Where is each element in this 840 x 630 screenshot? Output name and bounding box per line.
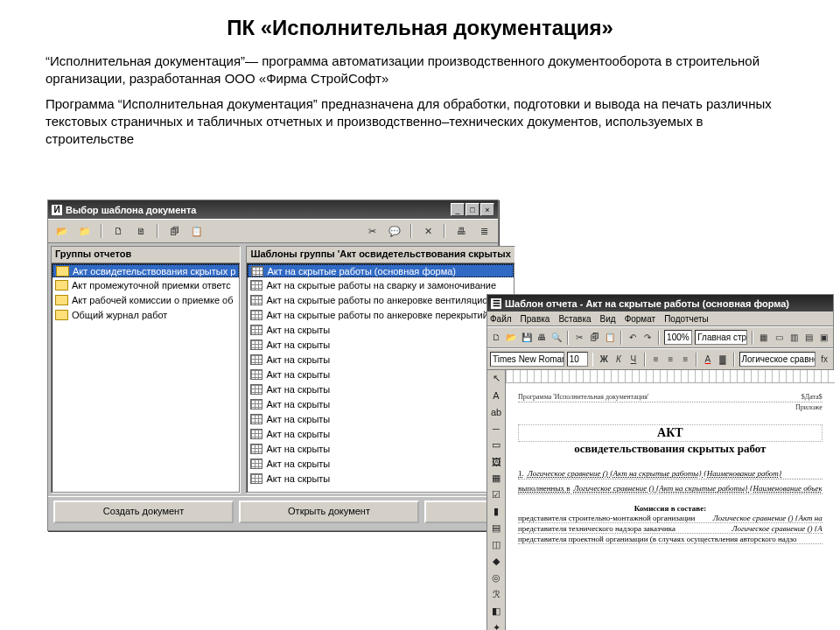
menu-subreports[interactable]: Подотчеты [664,314,709,324]
menu-view[interactable]: Вид [600,314,616,324]
template-row[interactable]: Акт на скрыты [248,396,513,411]
italic-icon[interactable]: К [612,352,625,367]
zoom-combo[interactable]: 100% [664,330,692,345]
gradient-icon[interactable]: ◧ [487,603,505,620]
menu-edit[interactable]: Правка [521,314,550,324]
template-row[interactable]: Акт на скрыты [248,382,513,396]
close-button[interactable]: × [480,203,494,216]
template-row[interactable]: Акт на скрытые работы по анкеровке перек… [248,307,513,322]
checkbox-icon[interactable]: ☑ [487,486,505,503]
template-row[interactable]: Акт на скрытые работы на сварку и замоно… [248,277,513,292]
comment-icon[interactable]: 💬 [386,223,403,240]
text-icon[interactable]: A [487,387,505,403]
border-icon[interactable]: ▣ [818,330,830,345]
c1-right[interactable]: Логическое сравнение () {Акт на [713,514,822,522]
template-row[interactable]: Акт на скрыты [248,367,513,382]
template-row[interactable]: Акт на скрыты [248,471,513,486]
app-icon: И [52,205,62,215]
open-icon[interactable]: 📂 [505,330,517,345]
document-canvas[interactable]: Программа 'Исполнительная документация' … [506,383,835,630]
bold-icon[interactable]: Ж [598,352,610,367]
align-right-icon[interactable]: ≡ [679,352,691,367]
copy-icon[interactable]: 🗐 [165,223,183,240]
image-icon[interactable]: 🖼 [487,453,505,470]
template-row[interactable]: Акт на скрыты [248,337,513,352]
template-row[interactable]: Акт на скрыты [248,322,513,337]
open-icon[interactable]: 📂 [53,223,71,240]
groups-list[interactable]: Акт освидетельствования скрытых рАкт про… [52,263,240,493]
menu-file[interactable]: Файл [490,314,512,324]
shape-icon[interactable]: ◆ [487,553,505,570]
paste-icon[interactable]: 📋 [188,223,206,240]
paste-icon[interactable]: 📋 [604,330,616,345]
template-row[interactable]: Акт на скрыты [248,352,513,367]
font-color-icon[interactable]: A [702,352,714,367]
menu-format[interactable]: Формат [625,314,656,324]
preview-icon[interactable]: 🔍 [550,330,563,345]
cell-icon[interactable]: ▭ [773,330,785,345]
menu-insert[interactable]: Вставка [558,314,591,324]
doc-subtitle: освидетельствования скрытых работ [518,442,822,456]
ole-icon[interactable]: ◎ [487,570,505,586]
template-row[interactable]: Акт на скрыты [248,411,513,426]
footer-button-3[interactable] [424,500,493,523]
template-row[interactable]: Акт на скрытые работы (основная форма) [248,264,513,277]
cut-icon[interactable]: ✂ [573,330,585,345]
undo-icon[interactable]: ↶ [626,330,639,345]
template-row[interactable]: Акт на скрыты [248,426,513,441]
template-row[interactable]: Акт на скрыты [248,441,513,456]
copy-icon[interactable]: 🗐 [588,330,600,345]
template-row[interactable]: Акт на скрытые работы по анкеровке венти… [248,292,513,307]
fx-icon[interactable]: fx [818,352,830,367]
doc-icon[interactable]: 🗎 [132,223,150,240]
titlebar[interactable]: И Выбор шаблона документа _ □ × [48,200,498,219]
fontsize-combo[interactable]: 10 [567,352,588,367]
split-icon[interactable]: ▤ [803,330,816,345]
new-icon[interactable]: 🗋 [490,330,502,345]
rect-icon[interactable]: ▭ [487,437,505,453]
field1-expr[interactable]: Логическое сравнение () {Акт на скрытые … [528,469,782,478]
template-row[interactable]: Акт на скрыты [248,456,513,471]
align-left-icon[interactable]: ≡ [650,352,662,367]
pointer-icon[interactable]: ↖ [487,370,505,387]
barcode-icon[interactable]: ▮ [487,503,505,520]
merge-icon[interactable]: ▥ [788,330,800,345]
align-center-icon[interactable]: ≡ [665,352,677,367]
line-icon[interactable]: ─ [487,420,505,437]
font-combo[interactable]: Times New Roman Cyr [490,352,564,367]
folder-icon[interactable]: 📁 [76,223,94,240]
maximize-button[interactable]: □ [466,203,480,216]
expression-combo[interactable]: Логическое сравнение () [739,352,816,367]
minimize-button[interactable]: _ [451,203,465,216]
group-row[interactable]: Акт освидетельствования скрытых р [52,264,239,277]
print-icon[interactable]: 🖶 [536,330,548,345]
misc-icon[interactable]: ✦ [487,620,505,630]
save-icon[interactable]: 💾 [521,330,533,345]
print-icon[interactable]: 🖶 [452,223,470,240]
table-icon[interactable]: ▦ [758,330,770,345]
fill-color-icon[interactable]: ▓ [717,352,729,367]
new-icon[interactable]: 🗋 [109,223,127,240]
delete-icon[interactable]: ✕ [419,223,437,240]
templates-list[interactable]: Акт на скрытые работы (основная форма)Ак… [247,263,514,493]
cut-icon[interactable]: ✂ [363,223,381,240]
group-row[interactable]: Акт рабочей комиссии о приемке об [52,292,239,307]
subreport-icon[interactable]: ▤ [487,520,505,536]
create-document-button[interactable]: Создать документ [53,500,234,523]
label-icon[interactable]: ab [487,403,505,420]
open-document-button[interactable]: Открыть документ [239,500,419,523]
group-row[interactable]: Общий журнал работ [52,307,239,322]
chart-icon[interactable]: ◫ [487,536,505,553]
menubar[interactable]: Файл Правка Вставка Вид Формат Подотчеты [487,312,833,326]
underline-icon[interactable]: Ч [627,352,640,367]
page-combo[interactable]: Главная стра [695,330,747,345]
group-row[interactable]: Акт промежуточной приемки ответс [52,277,239,292]
titlebar[interactable]: ☰ Шаблон отчета - Акт на скрытые работы … [487,295,833,312]
tree-icon[interactable]: ≣ [475,223,493,240]
redo-icon[interactable]: ↷ [641,330,654,345]
c2-right[interactable]: Логическое сравнение () {А [732,524,822,533]
richtext-icon[interactable]: ℛ [487,586,505,603]
field2-expr[interactable]: Логическое сравнение () {Акт на скрытые … [573,484,822,493]
groups-header: Группы отчетов [52,247,240,263]
table-tool-icon[interactable]: ▦ [487,470,505,486]
